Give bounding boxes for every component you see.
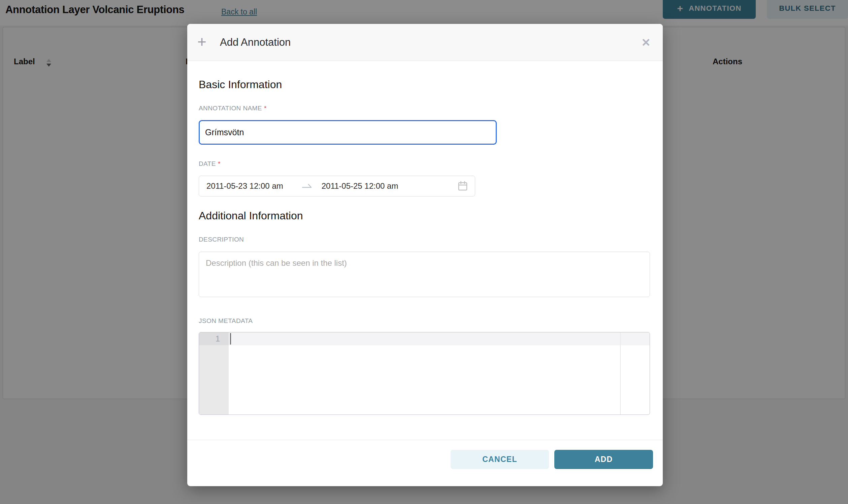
date-range-picker[interactable]: 2011-05-23 12:00 am 2011-05-25 12:00 am (199, 176, 475, 197)
additional-information-heading: Additional Information (199, 210, 303, 222)
add-annotation-modal: + Add Annotation ✕ Basic Information ANN… (187, 24, 663, 486)
arrow-right-icon (302, 183, 312, 189)
date-label-text: DATE (199, 160, 216, 167)
date-end-value[interactable]: 2011-05-25 12:00 am (322, 181, 398, 191)
description-label: DESCRIPTION (199, 236, 244, 243)
annotation-name-label-text: ANNOTATION NAME (199, 105, 262, 112)
cancel-button[interactable]: CANCEL (451, 450, 549, 469)
annotation-name-value: Grímsvötn (205, 127, 244, 137)
required-asterisk: * (218, 160, 221, 167)
editor-active-line (229, 332, 650, 345)
json-metadata-editor[interactable]: 1 (199, 332, 650, 415)
modal-footer-divider (187, 440, 663, 440)
editor-line-number: 1 (199, 332, 229, 345)
basic-information-heading: Basic Information (199, 78, 282, 91)
annotation-name-label: ANNOTATION NAME* (199, 105, 267, 112)
date-label: DATE* (199, 160, 221, 167)
annotation-name-input[interactable]: Grímsvötn (199, 120, 497, 145)
json-metadata-label: JSON METADATA (199, 317, 253, 325)
description-placeholder: Description (this can be seen in the lis… (206, 258, 347, 268)
plus-icon: + (197, 34, 206, 50)
description-textarea[interactable]: Description (this can be seen in the lis… (199, 252, 650, 297)
close-icon[interactable]: ✕ (641, 37, 651, 48)
calendar-icon (458, 181, 467, 191)
app-root: Annotation Layer Volcanic Eruptions Back… (0, 0, 848, 504)
text-cursor (230, 333, 231, 344)
required-asterisk: * (264, 105, 267, 112)
modal-title: Add Annotation (220, 36, 291, 49)
date-start-value[interactable]: 2011-05-23 12:00 am (206, 181, 283, 191)
modal-header: + Add Annotation ✕ (187, 24, 663, 61)
add-button[interactable]: ADD (554, 450, 653, 469)
editor-print-margin (620, 332, 621, 414)
